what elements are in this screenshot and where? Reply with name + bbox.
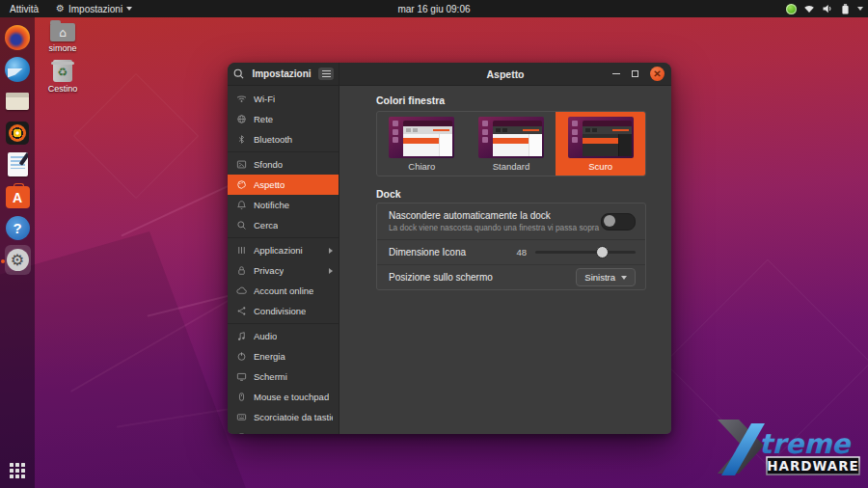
window-title: Aspetto <box>486 68 524 80</box>
libreoffice-writer-icon <box>8 152 28 176</box>
thunderbird-icon <box>5 57 30 82</box>
volume-icon <box>822 3 833 14</box>
theme-preview-scuro <box>568 117 634 158</box>
toggle-knob <box>604 215 615 227</box>
sidebar-header: Impostazioni <box>228 63 339 86</box>
dock: A ? ⚙ <box>0 17 35 488</box>
icon-size-slider[interactable] <box>535 246 636 258</box>
desktop-icon-trash[interactable]: ♻ Cestino <box>41 60 84 94</box>
settings-main-panel: Aspetto ✕ Colori finestra <box>339 63 671 434</box>
window-titlebar[interactable]: Aspetto ✕ <box>339 63 671 86</box>
minimize-button[interactable] <box>612 73 620 74</box>
sidebar-item-applicazioni[interactable]: Applicazioni <box>228 240 339 260</box>
trash-icon: ♻ <box>53 60 72 82</box>
sidebar-separator <box>228 237 339 238</box>
slider-handle[interactable] <box>596 246 609 258</box>
lock-icon <box>236 265 247 276</box>
window-colors-panel: Chiaro <box>376 111 646 176</box>
menu-icon[interactable] <box>318 68 334 80</box>
dock-section-label: Dock <box>376 188 401 200</box>
position-value: Sinistra <box>584 272 615 283</box>
power-icon <box>236 351 247 362</box>
position-dropdown[interactable]: Sinistra <box>576 268 636 286</box>
sidebar-item-rete[interactable]: Rete <box>228 109 339 129</box>
desktop: Attività ⚙ Impostazioni mar 16 giu 09:06 <box>0 0 868 488</box>
sidebar-item-notifiche[interactable]: Notifiche <box>228 195 339 215</box>
music-note-icon <box>236 331 247 341</box>
position-row: Posizione sullo schermo Sinistra <box>377 265 645 289</box>
window-colors-section-label: Colori finestra <box>376 95 445 106</box>
search-icon <box>236 220 247 230</box>
sidebar-item-audio[interactable]: Audio <box>228 326 339 346</box>
network-icon <box>236 114 247 124</box>
wallpaper-shape <box>0 231 251 488</box>
theme-preview-chiaro <box>389 117 454 158</box>
show-applications-button[interactable] <box>10 463 25 478</box>
autohide-toggle[interactable] <box>601 213 636 230</box>
sidebar-item-scorciatoie[interactable]: Scorciatoie da tastiera <box>228 407 339 427</box>
system-status-area[interactable] <box>786 0 863 17</box>
home-folder-icon: ⌂ <box>50 23 75 41</box>
dock-item-thunderbird[interactable] <box>5 56 31 82</box>
dock-item-firefox[interactable] <box>5 24 31 50</box>
autohide-row: Nascondere automaticamente la dock La do… <box>377 203 645 240</box>
sidebar-title: Impostazioni <box>248 68 315 79</box>
clock-button[interactable]: mar 16 giu 09:06 <box>397 0 470 17</box>
desktop-icon-home[interactable]: ⌂ simone <box>41 23 84 53</box>
settings-sidebar: Impostazioni Wi-Fi <box>228 63 339 434</box>
printer-icon <box>236 432 247 434</box>
sidebar-item-wifi[interactable]: Wi-Fi <box>228 89 339 109</box>
wifi-icon <box>803 3 815 14</box>
dock-item-libreoffice-writer[interactable] <box>5 151 31 177</box>
dock-settings-panel: Nascondere automaticamente la dock La do… <box>376 203 646 290</box>
close-button[interactable]: ✕ <box>650 67 665 81</box>
app-menu-button[interactable]: ⚙ Impostazioni <box>48 0 140 17</box>
sidebar-item-stampanti[interactable]: Stampanti <box>228 427 339 434</box>
bell-icon <box>236 200 247 210</box>
sidebar-item-privacy[interactable]: Privacy <box>228 260 339 281</box>
window-controls: ✕ <box>612 63 665 85</box>
dock-item-rhythmbox[interactable] <box>5 120 31 146</box>
sidebar-item-energia[interactable]: Energia <box>228 346 339 366</box>
dock-item-settings[interactable]: ⚙ <box>5 247 31 273</box>
sidebar-separator <box>228 151 339 152</box>
wallpaper-shape <box>73 73 199 199</box>
icon-size-value: 48 <box>516 247 527 258</box>
chevron-right-icon <box>329 268 333 274</box>
sidebar-item-mouse-touchpad[interactable]: Mouse e touchpad <box>228 387 339 407</box>
chevron-right-icon <box>329 248 333 254</box>
dock-item-help[interactable]: ? <box>5 215 31 241</box>
sidebar-item-aspetto[interactable]: Aspetto <box>228 175 339 195</box>
bluetooth-icon <box>236 134 247 145</box>
sidebar-item-condivisione[interactable]: Condivisione <box>228 301 339 321</box>
theme-option-chiaro[interactable]: Chiaro <box>377 112 467 176</box>
sidebar-item-account-online[interactable]: Account online <box>228 281 339 301</box>
files-icon <box>6 93 29 110</box>
dock-item-ubuntu-software[interactable]: A <box>5 183 31 209</box>
top-bar: Attività ⚙ Impostazioni mar 16 giu 09:06 <box>0 0 868 17</box>
theme-label: Standard <box>493 161 530 172</box>
theme-preview-standard <box>478 117 544 158</box>
theme-option-scuro[interactable]: Scuro <box>556 112 645 176</box>
sidebar-item-cerca[interactable]: Cerca <box>228 215 339 235</box>
wifi-icon <box>236 94 247 104</box>
rhythmbox-icon <box>6 122 29 145</box>
battery-icon <box>840 3 851 15</box>
search-icon[interactable] <box>232 68 245 80</box>
sidebar-item-sfondo[interactable]: Sfondo <box>228 154 339 175</box>
sidebar-item-bluetooth[interactable]: Bluetooth <box>228 129 339 149</box>
settings-gear-icon: ⚙ <box>7 249 29 271</box>
maximize-button[interactable] <box>632 70 638 77</box>
clock-label: mar 16 giu 09:06 <box>397 4 470 14</box>
icon-size-label: Dimensione Icona <box>389 247 466 258</box>
help-icon: ? <box>6 216 30 240</box>
activities-button[interactable]: Attività <box>0 0 48 17</box>
keyboard-icon <box>236 412 247 422</box>
chevron-down-icon <box>857 7 863 11</box>
theme-label: Scuro <box>588 161 612 172</box>
applications-icon <box>236 245 247 256</box>
theme-option-standard[interactable]: Standard <box>467 112 556 176</box>
sidebar-item-schermi[interactable]: Schermi <box>228 366 339 387</box>
dock-item-files[interactable] <box>5 88 31 114</box>
position-label: Posizione sullo schermo <box>389 272 493 283</box>
